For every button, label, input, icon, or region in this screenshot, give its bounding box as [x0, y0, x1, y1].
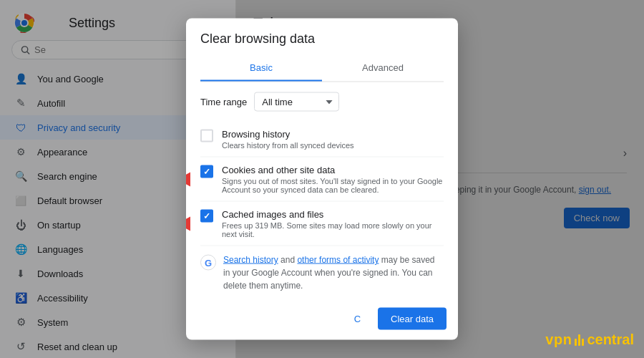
clear-data-button[interactable]: Clear data: [378, 308, 447, 330]
tab-advanced[interactable]: Advanced: [322, 55, 444, 82]
browsing-history-text: Browsing history Clears history from all…: [222, 129, 444, 150]
info-and: and: [278, 255, 298, 265]
central-text: central: [587, 332, 634, 348]
time-range-label: Time range: [200, 97, 247, 107]
info-row: G Search history and other forms of acti…: [200, 246, 444, 296]
vpn-bars-icon: [575, 334, 584, 346]
cached-arrow-indicator: [186, 216, 190, 231]
vpn-text: vpn: [545, 332, 572, 348]
browsing-history-checkbox[interactable]: [200, 130, 213, 142]
cached-images-checkbox[interactable]: ✓: [200, 210, 213, 223]
modal-body: Time range All time Last hour Last 24 ho…: [186, 82, 458, 302]
vpn-central-logo: vpn central: [545, 332, 634, 348]
modal-title: Clear browsing data: [200, 32, 444, 47]
browsing-history-title: Browsing history: [222, 129, 444, 140]
cookies-title: Cookies and other site data: [222, 165, 444, 175]
checkbox-cookies: ✓ Cookies and other site data Signs you …: [200, 158, 444, 202]
clear-browsing-data-modal: Clear browsing data Basic Advanced Time …: [186, 19, 458, 340]
checkbox-cached-images: ✓ Cached images and files Frees up 319 M…: [200, 202, 444, 246]
cached-desc: Frees up 319 MB. Some sites may load mor…: [222, 221, 444, 238]
google-g-icon: G: [200, 255, 216, 271]
modal-footer: C Clear data: [186, 302, 458, 340]
check-mark-icon-2: ✓: [203, 211, 210, 221]
modal-header: Clear browsing data Basic Advanced: [186, 19, 458, 82]
cookies-checkbox[interactable]: ✓: [200, 165, 213, 178]
time-range-select[interactable]: All time Last hour Last 24 hours Last 7 …: [254, 92, 339, 112]
info-text: Search history and other forms of activi…: [223, 253, 444, 292]
cancel-button[interactable]: C: [344, 308, 371, 330]
other-forms-link[interactable]: other forms of activity: [297, 255, 379, 265]
search-history-link[interactable]: Search history: [223, 255, 278, 265]
vpn-bar-2: [578, 334, 580, 346]
cookies-text: Cookies and other site data Signs you ou…: [222, 165, 444, 194]
cached-title: Cached images and files: [222, 209, 444, 220]
checkbox-browsing-history: Browsing history Clears history from all…: [200, 122, 444, 158]
time-range-row: Time range All time Last hour Last 24 ho…: [200, 92, 444, 112]
cookies-arrow-indicator: [186, 172, 190, 186]
check-mark-icon: ✓: [203, 167, 210, 177]
vpn-bar-1: [575, 339, 577, 346]
tab-basic[interactable]: Basic: [200, 55, 322, 82]
cookies-desc: Signs you out of most sites. You'll stay…: [222, 177, 444, 194]
modal-tabs: Basic Advanced: [200, 55, 444, 82]
browsing-history-desc: Clears history from all synced devices: [222, 141, 444, 150]
cached-text: Cached images and files Frees up 319 MB.…: [222, 209, 444, 238]
vpn-bar-3: [582, 339, 584, 346]
